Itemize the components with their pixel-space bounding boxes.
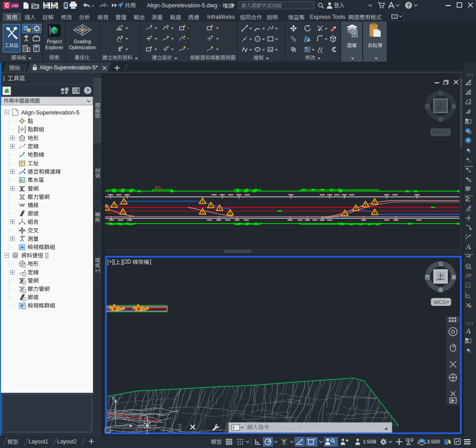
svg-text:WCS: WCS	[434, 299, 446, 305]
svg-text:C3D: C3D	[12, 4, 19, 8]
svg-text:?: ?	[86, 88, 89, 93]
svg-text:WCS: WCS	[433, 130, 446, 135]
svg-text:?: ?	[407, 3, 410, 8]
svg-text:C: C	[5, 2, 9, 9]
svg-text:Align-Superelevation-5: Align-Superelevation-5	[21, 109, 80, 116]
svg-text:Y: Y	[111, 396, 115, 401]
svg-text:A: A	[469, 160, 471, 163]
